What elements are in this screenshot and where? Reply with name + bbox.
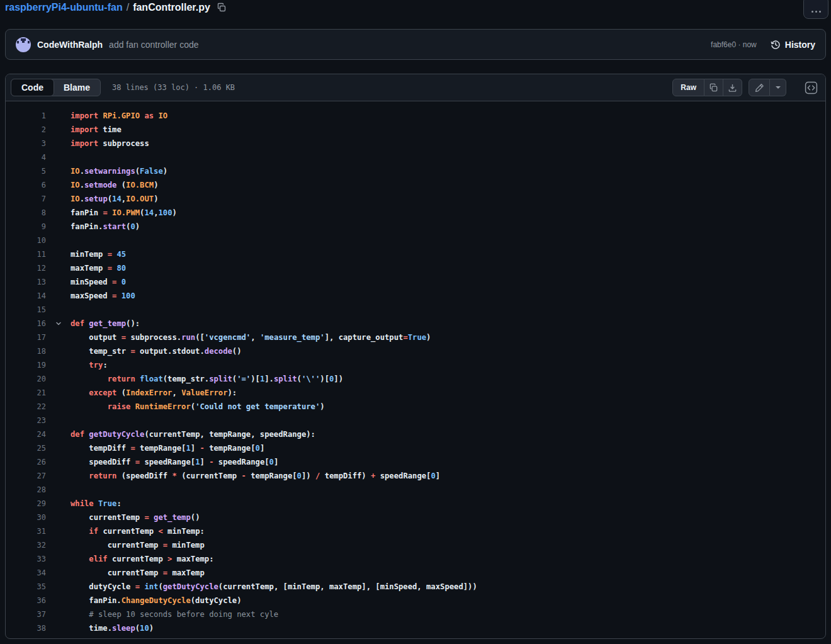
fold-gutter bbox=[46, 455, 71, 469]
symbols-button[interactable] bbox=[801, 79, 820, 96]
code-text: # sleep 10 seconds before doing next cyl… bbox=[71, 607, 825, 621]
line-number[interactable]: 7 bbox=[6, 192, 46, 206]
download-button[interactable] bbox=[723, 79, 742, 96]
line-number[interactable]: 29 bbox=[6, 497, 46, 511]
fold-gutter bbox=[46, 275, 71, 289]
file-view-panel: Code Blame 38 lines (33 loc) · 1.06 KB R… bbox=[5, 74, 826, 639]
copy-path-button[interactable] bbox=[217, 3, 227, 13]
line-number[interactable]: 31 bbox=[6, 524, 46, 538]
chevron-down-icon bbox=[55, 320, 62, 327]
code-line: 7IO.setup(14,IO.OUT) bbox=[6, 192, 825, 206]
line-number[interactable]: 6 bbox=[6, 178, 46, 192]
line-number[interactable]: 5 bbox=[6, 164, 46, 178]
line-number[interactable]: 38 bbox=[6, 621, 46, 635]
line-number[interactable]: 26 bbox=[6, 455, 46, 469]
code-text bbox=[71, 414, 825, 427]
commit-author-link[interactable]: CodeWithRalph bbox=[37, 40, 103, 50]
line-number[interactable]: 20 bbox=[6, 372, 46, 386]
line-number[interactable]: 13 bbox=[6, 275, 46, 289]
tab-code[interactable]: Code bbox=[11, 79, 54, 96]
line-number[interactable]: 3 bbox=[6, 137, 46, 150]
line-number[interactable]: 14 bbox=[6, 289, 46, 303]
copy-raw-button[interactable] bbox=[704, 79, 723, 96]
commit-hash-time: fabf6e0 · now bbox=[711, 40, 757, 49]
line-number[interactable]: 17 bbox=[6, 330, 46, 344]
line-number[interactable]: 4 bbox=[6, 150, 46, 164]
code-line: 20 return float(temp_str.split('=')[1].s… bbox=[6, 372, 825, 386]
code-text: def getDutyCycle(currentTemp, tempRange,… bbox=[71, 427, 825, 441]
code-text: def get_temp(): bbox=[71, 317, 825, 330]
raw-button-group: Raw bbox=[672, 79, 742, 96]
line-number[interactable]: 28 bbox=[6, 483, 46, 497]
line-number[interactable]: 19 bbox=[6, 358, 46, 372]
code-text: minSpeed = 0 bbox=[71, 275, 825, 289]
line-number[interactable]: 33 bbox=[6, 552, 46, 566]
line-number[interactable]: 24 bbox=[6, 427, 46, 441]
line-number[interactable]: 23 bbox=[6, 414, 46, 427]
fold-gutter bbox=[46, 358, 71, 372]
line-number[interactable]: 22 bbox=[6, 400, 46, 414]
code-line: 14maxSpeed = 100 bbox=[6, 289, 825, 303]
line-number[interactable]: 37 bbox=[6, 607, 46, 621]
line-number[interactable]: 30 bbox=[6, 511, 46, 524]
line-number[interactable]: 35 bbox=[6, 580, 46, 594]
line-number[interactable]: 15 bbox=[6, 303, 46, 317]
commit-message-link[interactable]: add fan controller code bbox=[109, 40, 198, 50]
tab-blame[interactable]: Blame bbox=[54, 79, 100, 96]
code-text: speedDiff = speedRange[1] - speedRange[0… bbox=[71, 455, 825, 469]
fold-gutter bbox=[46, 483, 71, 497]
code-line: 19 try: bbox=[6, 358, 825, 372]
line-number[interactable]: 10 bbox=[6, 234, 46, 247]
fold-gutter bbox=[46, 497, 71, 511]
edit-dropdown-button[interactable] bbox=[770, 79, 786, 96]
breadcrumb-repo-link[interactable]: raspberryPi4-ubuntu-fan bbox=[5, 2, 123, 13]
code-lines: 1import RPi.GPIO as IO2import time3impor… bbox=[6, 101, 825, 639]
line-number[interactable]: 21 bbox=[6, 386, 46, 400]
code-line: 3import subprocess bbox=[6, 137, 825, 150]
code-text: IO.setup(14,IO.OUT) bbox=[71, 192, 825, 206]
line-number[interactable]: 1 bbox=[6, 109, 46, 123]
line-number[interactable]: 32 bbox=[6, 538, 46, 552]
line-number[interactable]: 2 bbox=[6, 123, 46, 137]
fold-gutter bbox=[46, 109, 71, 123]
code-line: 38 time.sleep(10) bbox=[6, 621, 825, 635]
code-text: temp_str = output.stdout.decode() bbox=[71, 344, 825, 358]
code-text: output = subprocess.run(['vcgencmd', 'me… bbox=[71, 330, 825, 344]
code-line: 34 currentTemp = maxTemp bbox=[6, 566, 825, 580]
line-number[interactable]: 11 bbox=[6, 247, 46, 261]
history-button[interactable]: History bbox=[771, 40, 815, 50]
code-text: fanPin.start(0) bbox=[71, 220, 825, 234]
edit-button[interactable] bbox=[749, 79, 770, 96]
page-actions-kebab-button[interactable] bbox=[803, 0, 828, 19]
code-line: 36 fanPin.ChangeDutyCycle(dutyCycle) bbox=[6, 594, 825, 607]
caret-down-icon bbox=[775, 84, 781, 91]
line-number[interactable]: 8 bbox=[6, 206, 46, 220]
line-number[interactable]: 12 bbox=[6, 261, 46, 275]
code-line: 21 except (IndexError, ValueError): bbox=[6, 386, 825, 400]
fold-gutter bbox=[46, 400, 71, 414]
code-text: import subprocess bbox=[71, 137, 825, 150]
code-text bbox=[71, 234, 825, 247]
fold-gutter bbox=[46, 580, 71, 594]
line-number[interactable]: 25 bbox=[6, 441, 46, 455]
line-number[interactable]: 27 bbox=[6, 469, 46, 483]
page: { "colors": { "page_bg": "#0d1117", "pan… bbox=[0, 0, 831, 644]
line-number[interactable]: 34 bbox=[6, 566, 46, 580]
fold-gutter bbox=[46, 538, 71, 552]
fold-gutter bbox=[46, 123, 71, 137]
code-text: time.sleep(10) bbox=[71, 621, 825, 635]
line-number[interactable]: 36 bbox=[6, 594, 46, 607]
line-number[interactable]: 9 bbox=[6, 220, 46, 234]
fold-toggle[interactable] bbox=[46, 317, 71, 330]
code-line: 28 bbox=[6, 483, 825, 497]
fold-gutter bbox=[46, 303, 71, 317]
avatar[interactable] bbox=[16, 37, 31, 52]
fold-gutter bbox=[46, 137, 71, 150]
line-number[interactable]: 16 bbox=[6, 317, 46, 330]
fold-gutter bbox=[46, 206, 71, 220]
raw-button[interactable]: Raw bbox=[672, 79, 704, 96]
code-line: 37 # sleep 10 seconds before doing next … bbox=[6, 607, 825, 621]
code-line: 26 speedDiff = speedRange[1] - speedRang… bbox=[6, 455, 825, 469]
line-number[interactable]: 18 bbox=[6, 344, 46, 358]
file-toolbar: Code Blame 38 lines (33 loc) · 1.06 KB R… bbox=[6, 74, 825, 101]
